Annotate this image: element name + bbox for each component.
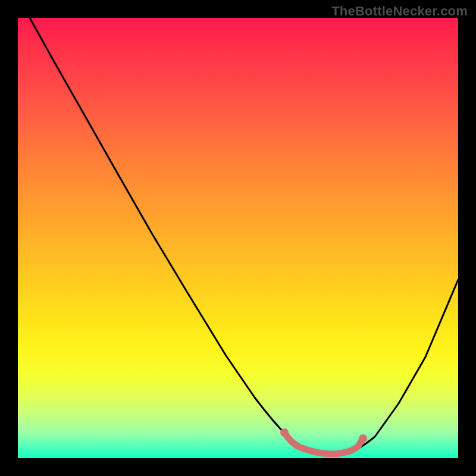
main-curve	[30, 18, 458, 455]
highlight-dot-right	[359, 434, 367, 443]
chart-frame	[18, 18, 458, 458]
chart-svg	[18, 18, 458, 458]
highlight-dot-left	[280, 428, 289, 437]
highlight-curve	[286, 434, 362, 454]
watermark-text: TheBottleNecker.com	[331, 4, 468, 19]
